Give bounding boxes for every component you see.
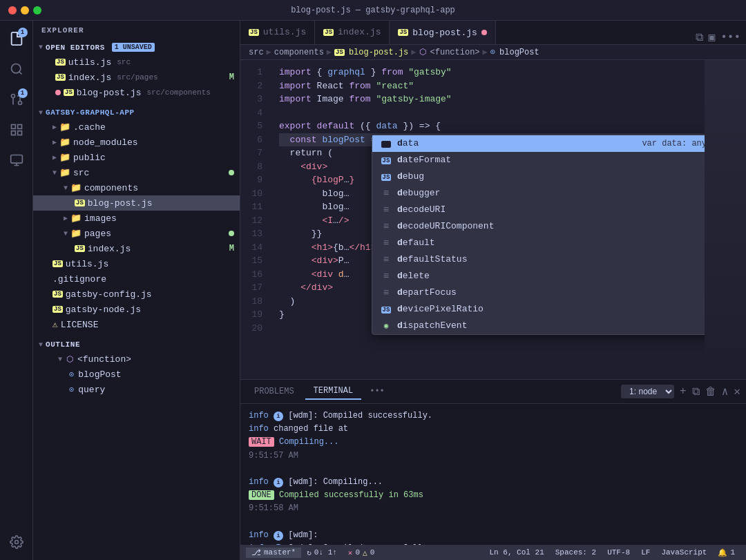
autocomplete-item-debugger[interactable]: ≡ debugger bbox=[372, 185, 705, 202]
breadcrumb-sep: ▶ bbox=[267, 47, 271, 57]
autocomplete-item-decodeuricomponent[interactable]: ≡ decodeURIComponent bbox=[372, 218, 705, 235]
sidebar-item-settings[interactable] bbox=[4, 530, 29, 554]
open-file-blog-post[interactable]: JS blog-post.js src/components bbox=[33, 85, 240, 100]
breadcrumb-components[interactable]: components bbox=[274, 48, 324, 57]
maximize-button[interactable] bbox=[33, 6, 41, 15]
code-content[interactable]: import { graphql } from "gatsby" import … bbox=[268, 60, 705, 379]
status-right: Ln 6, Col 21 Spaces: 2 UTF-8 LF JavaScri… bbox=[484, 548, 740, 557]
ac-text: decodeURIComponent bbox=[397, 220, 705, 233]
autocomplete-item-delete[interactable]: ≡ delete bbox=[372, 268, 705, 284]
sidebar-item-files[interactable]: 1 bbox=[4, 26, 29, 51]
modified-dot bbox=[229, 170, 234, 175]
sidebar-item-git[interactable]: 1 bbox=[4, 87, 29, 112]
autocomplete-item-decodeuri[interactable]: ≡ decodeURI bbox=[372, 202, 705, 218]
close-button[interactable] bbox=[8, 6, 17, 15]
tab-utils[interactable]: JS utils.js bbox=[240, 21, 315, 44]
git-branch-item[interactable]: ⎇ master* bbox=[246, 548, 301, 558]
window-controls[interactable] bbox=[8, 6, 41, 15]
folder-public[interactable]: ▶ 📁 public bbox=[33, 150, 240, 165]
chevron-up-icon[interactable]: ∧ bbox=[722, 385, 729, 398]
sync-item[interactable]: ↻ 0↓ 1↑ bbox=[301, 548, 343, 557]
breadcrumb-function[interactable]: <function> bbox=[430, 48, 480, 57]
file-blog-post[interactable]: JS blog-post.js bbox=[33, 195, 240, 211]
autocomplete-dropdown[interactable]: JS data var data: any i JS dateFormat JS… bbox=[372, 135, 705, 335]
file-license[interactable]: ⚠ LICENSE bbox=[33, 317, 240, 332]
split-terminal-icon[interactable]: ⧉ bbox=[692, 385, 700, 398]
sidebar-item-remote[interactable] bbox=[4, 148, 29, 173]
tab-js-icon: JS bbox=[249, 29, 259, 36]
minimize-button[interactable] bbox=[21, 6, 29, 15]
file-gatsby-config[interactable]: JS gatsby-config.js bbox=[33, 287, 240, 302]
new-terminal-icon[interactable]: + bbox=[680, 385, 687, 398]
encoding-item[interactable]: UTF-8 bbox=[602, 548, 635, 557]
outline-blogpost[interactable]: ⊙ blogPost bbox=[33, 367, 240, 382]
modified-dot bbox=[229, 231, 234, 236]
breadcrumb-file[interactable]: blog-post.js bbox=[349, 48, 408, 57]
notification-item[interactable]: 🔔 1 bbox=[712, 548, 740, 557]
info-prefix: info bbox=[249, 530, 274, 540]
terminal-select[interactable]: 1: node bbox=[621, 385, 674, 398]
autocomplete-item-departfocus[interactable]: ≡ departFocus bbox=[372, 284, 705, 301]
titlebar: blog-post.js — gatsby-graphql-app bbox=[0, 0, 746, 21]
file-utils[interactable]: JS utils.js bbox=[33, 256, 240, 271]
autocomplete-item-data[interactable]: JS data var data: any i bbox=[372, 135, 705, 152]
language-item[interactable]: JavaScript bbox=[656, 548, 712, 557]
outline-section[interactable]: ▼ OUTLINE bbox=[33, 338, 240, 351]
outline-function[interactable]: ▼ ⬡ <function> bbox=[33, 351, 240, 367]
autocomplete-item-defaultstatus[interactable]: ≡ defaultStatus bbox=[372, 251, 705, 268]
terminal-line-2: info changed file at bbox=[249, 423, 738, 436]
file-gatsby-node[interactable]: JS gatsby-node.js bbox=[33, 302, 240, 317]
outline-query[interactable]: ⊙ query bbox=[33, 382, 240, 397]
folder-chevron: ▶ bbox=[52, 153, 57, 162]
ac-icon-lines: ≡ bbox=[381, 186, 392, 201]
project-section[interactable]: ▼ GATSBY-GRAPHQL-APP bbox=[33, 106, 240, 119]
file-index[interactable]: JS index.js M bbox=[33, 241, 240, 256]
code-editor[interactable]: 12345 678910 1112131415 1617181920 impor… bbox=[240, 60, 746, 379]
tab-terminal[interactable]: TERMINAL bbox=[305, 383, 362, 400]
terminal-content[interactable]: info i [wdm]: Compiled successfully. inf… bbox=[240, 404, 746, 545]
breadcrumb-sep: ▶ bbox=[483, 47, 488, 57]
autocomplete-item-debug[interactable]: JS debug bbox=[372, 168, 705, 185]
tab-index[interactable]: JS index.js bbox=[315, 21, 390, 44]
folder-node-modules[interactable]: ▶ 📁 node_modules bbox=[33, 135, 240, 150]
split-editor-icon[interactable]: ⧉ bbox=[696, 31, 703, 44]
tab-more[interactable]: ••• bbox=[364, 384, 390, 399]
layout-icon[interactable]: ▣ bbox=[709, 30, 716, 44]
folder-cache[interactable]: ▶ 📁 .cache bbox=[33, 119, 240, 135]
folder-name: node_modules bbox=[73, 137, 138, 148]
position-item[interactable]: Ln 6, Col 21 bbox=[484, 548, 550, 557]
folder-components[interactable]: ▼ 📁 components bbox=[33, 180, 240, 195]
tab-problems[interactable]: PROBLEMS bbox=[246, 384, 303, 399]
tab-blog-post[interactable]: JS blog-post.js bbox=[390, 21, 495, 44]
open-file-utils[interactable]: JS utils.js src bbox=[33, 55, 240, 70]
filename: utils.js bbox=[68, 57, 111, 68]
ac-icon-lines: ≡ bbox=[381, 236, 392, 251]
ac-text: default bbox=[397, 236, 705, 250]
folder-src[interactable]: ▼ 📁 src bbox=[33, 165, 240, 180]
line-ending-item[interactable]: LF bbox=[635, 548, 656, 557]
autocomplete-item-devicepixelratio[interactable]: JS devicePixelRatio bbox=[372, 301, 705, 318]
file-gitignore[interactable]: .gitignore bbox=[33, 271, 240, 287]
error-item[interactable]: ✕ 0 △ 0 bbox=[343, 548, 380, 557]
open-file-index[interactable]: JS index.js src/pages M bbox=[33, 70, 240, 85]
delete-terminal-icon[interactable]: 🗑 bbox=[705, 385, 716, 398]
outline-label: query bbox=[78, 385, 105, 395]
outline-label: blogPost bbox=[78, 369, 121, 380]
terminal-line-10: info i [wdm]: bbox=[249, 529, 738, 542]
autocomplete-item-default[interactable]: ≡ default bbox=[372, 235, 705, 251]
autocomplete-item-dispatchevent[interactable]: ◉ dispatchEvent bbox=[372, 318, 705, 334]
folder-images[interactable]: ▶ 📁 images bbox=[33, 211, 240, 226]
tab-label: utils.js bbox=[263, 27, 306, 37]
sidebar-item-search[interactable] bbox=[4, 57, 29, 81]
folder-pages[interactable]: ▼ 📁 pages bbox=[33, 226, 240, 241]
position-text: Ln 6, Col 21 bbox=[490, 548, 544, 557]
sidebar-item-extensions[interactable] bbox=[4, 117, 29, 142]
ac-text: dateFormat bbox=[397, 153, 705, 167]
more-icon[interactable]: ••• bbox=[720, 31, 740, 44]
breadcrumb-blogpost[interactable]: blogPost bbox=[499, 48, 539, 57]
autocomplete-item-dateformat[interactable]: JS dateFormat bbox=[372, 152, 705, 168]
open-editors-section[interactable]: ▼ OPEN EDITORS 1 UNSAVED bbox=[33, 40, 240, 55]
close-terminal-icon[interactable]: ✕ bbox=[734, 385, 740, 398]
spaces-item[interactable]: Spaces: 2 bbox=[550, 548, 602, 557]
breadcrumb-src[interactable]: src bbox=[249, 48, 264, 57]
